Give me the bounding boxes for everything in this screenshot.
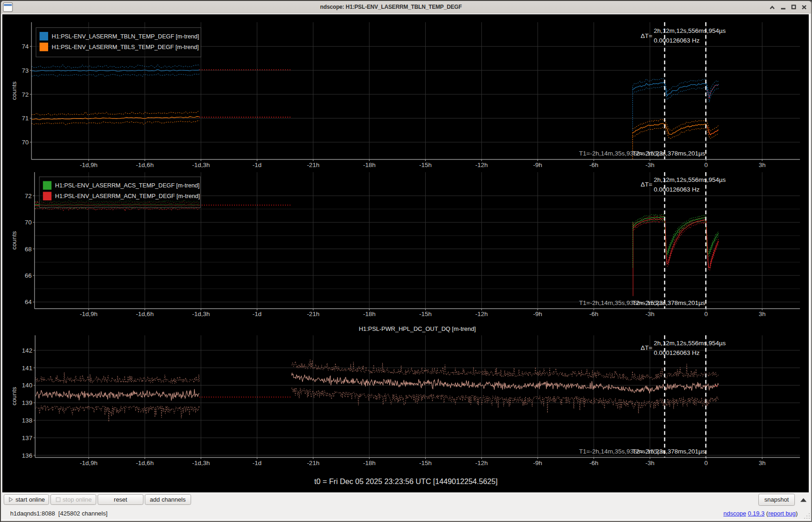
- svg-text:-18h: -18h: [363, 162, 376, 168]
- svg-text:140: 140: [22, 382, 32, 389]
- svg-text:-9h: -9h: [533, 311, 542, 317]
- svg-text:T2=-2m,23s,378ms,201µs: T2=-2m,23s,378ms,201µs: [632, 150, 706, 157]
- svg-text:0.000126063 Hz: 0.000126063 Hz: [654, 186, 700, 193]
- svg-text:66: 66: [25, 272, 32, 279]
- svg-text:-18h: -18h: [363, 311, 376, 317]
- svg-text:-15h: -15h: [419, 311, 432, 317]
- svg-text:-15h: -15h: [419, 460, 432, 466]
- svg-text:-21h: -21h: [307, 460, 319, 466]
- svg-text:136: 136: [22, 452, 32, 459]
- svg-text:-1d: -1d: [253, 162, 262, 168]
- svg-text:ΔT=: ΔT=: [641, 181, 652, 188]
- svg-text:-1d,6h: -1d,6h: [136, 311, 154, 317]
- svg-text:-1d,9h: -1d,9h: [80, 460, 98, 466]
- svg-text:70: 70: [22, 139, 29, 146]
- svg-text:74: 74: [22, 43, 29, 50]
- svg-text:H1:PSL-ENV_LASERRM_TBLS_TEMP_D: H1:PSL-ENV_LASERRM_TBLS_TEMP_DEGF [m-tre…: [52, 44, 199, 50]
- svg-text:64: 64: [25, 298, 32, 305]
- svg-text:counts: counts: [11, 387, 18, 405]
- svg-text:73: 73: [22, 67, 29, 74]
- svg-text:0.000126063 Hz: 0.000126063 Hz: [654, 37, 700, 44]
- svg-text:-1d: -1d: [253, 311, 262, 317]
- svg-text:-3h: -3h: [645, 162, 655, 168]
- svg-text:-21h: -21h: [307, 311, 319, 317]
- svg-text:2h,12m,12s,556ms,954µs: 2h,12m,12s,556ms,954µs: [654, 27, 726, 34]
- svg-text:3h: 3h: [759, 311, 766, 317]
- svg-text:-18h: -18h: [363, 460, 376, 466]
- svg-text:-1d,6h: -1d,6h: [136, 460, 154, 466]
- svg-text:ΔT=: ΔT=: [641, 344, 652, 351]
- svg-text:71: 71: [22, 115, 29, 122]
- svg-text:-9h: -9h: [533, 460, 542, 466]
- svg-text:68: 68: [25, 246, 32, 253]
- svg-text:3h: 3h: [759, 162, 766, 168]
- svg-text:H1:PSL-PWR_HPL_DC_OUT_DQ [m-tr: H1:PSL-PWR_HPL_DC_OUT_DQ [m-trend]: [359, 325, 476, 332]
- svg-text:-6h: -6h: [589, 311, 599, 317]
- svg-text:0.000126063 Hz: 0.000126063 Hz: [654, 349, 700, 356]
- svg-text:-12h: -12h: [475, 460, 488, 466]
- svg-text:-1d,6h: -1d,6h: [136, 162, 154, 168]
- svg-text:0: 0: [704, 311, 708, 317]
- svg-text:139: 139: [22, 399, 32, 406]
- svg-text:-3h: -3h: [645, 460, 655, 466]
- svg-text:-6h: -6h: [589, 460, 599, 466]
- svg-text:-1d,3h: -1d,3h: [192, 460, 210, 466]
- svg-text:-3h: -3h: [645, 311, 655, 317]
- svg-text:H1:PSL-ENV_LASERRM_ACS_TEMP_DE: H1:PSL-ENV_LASERRM_ACS_TEMP_DEGF [m-tren…: [55, 182, 199, 189]
- svg-text:-1d,3h: -1d,3h: [192, 311, 210, 317]
- svg-text:-1d,9h: -1d,9h: [80, 311, 98, 317]
- svg-text:-12h: -12h: [475, 162, 488, 168]
- svg-text:137: 137: [22, 435, 32, 441]
- svg-text:70: 70: [25, 219, 32, 226]
- svg-text:-12h: -12h: [475, 311, 488, 317]
- svg-text:-1d,9h: -1d,9h: [80, 162, 98, 168]
- svg-text:0: 0: [704, 460, 708, 466]
- svg-text:138: 138: [22, 417, 32, 424]
- svg-text:72: 72: [22, 91, 29, 98]
- svg-text:2h,12m,12s,556ms,954µs: 2h,12m,12s,556ms,954µs: [654, 176, 726, 183]
- svg-text:72: 72: [25, 193, 32, 199]
- svg-text:141: 141: [22, 365, 32, 372]
- svg-text:0: 0: [704, 162, 708, 168]
- svg-text:-1d,3h: -1d,3h: [192, 162, 210, 168]
- svg-text:-21h: -21h: [307, 162, 319, 168]
- svg-text:counts: counts: [11, 81, 18, 100]
- svg-text:T2=-2m,23s,378ms,201µs: T2=-2m,23s,378ms,201µs: [632, 299, 706, 306]
- svg-text:ΔT=: ΔT=: [641, 32, 652, 39]
- svg-text:3h: 3h: [759, 460, 766, 466]
- svg-text:-9h: -9h: [533, 162, 542, 168]
- svg-text:T2=-2m,23s,378ms,201µs: T2=-2m,23s,378ms,201µs: [632, 448, 706, 455]
- svg-text:H1:PSL-ENV_LASERRM_ACN_TEMP_DE: H1:PSL-ENV_LASERRM_ACN_TEMP_DEGF [m-tren…: [55, 193, 200, 199]
- svg-text:2h,12m,12s,556ms,954µs: 2h,12m,12s,556ms,954µs: [654, 340, 726, 347]
- svg-text:-1d: -1d: [253, 460, 262, 466]
- svg-text:t0 = Fri Dec 05 2025 23:23:56: t0 = Fri Dec 05 2025 23:23:56 UTC [14490…: [314, 477, 497, 485]
- svg-text:-6h: -6h: [589, 162, 599, 168]
- svg-text:142: 142: [22, 347, 32, 354]
- svg-text:counts: counts: [11, 231, 18, 249]
- svg-text:-15h: -15h: [419, 162, 432, 168]
- svg-text:H1:PSL-ENV_LASERRM_TBLN_TEMP_D: H1:PSL-ENV_LASERRM_TBLN_TEMP_DEGF [m-tre…: [52, 33, 199, 40]
